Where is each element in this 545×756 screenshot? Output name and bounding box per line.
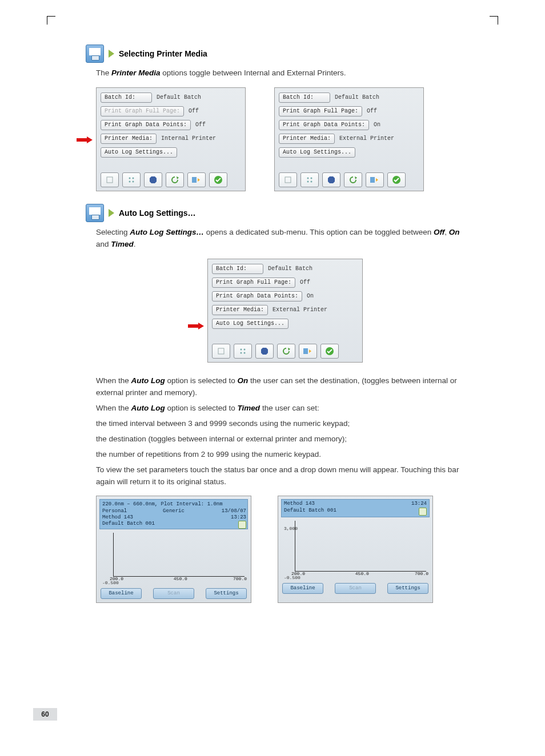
auto-log-settings-button[interactable]: Auto Log Settings... [101,147,177,158]
term: Timed [238,404,261,412]
settings-panel-external: Batch Id:Default Batch Print Graph Full … [274,87,424,191]
ok-icon[interactable] [209,172,227,187]
print-full-page-button[interactable]: Print Graph Full Page: [101,106,184,116]
printer-media-value: External Printer [268,307,327,313]
svg-point-15 [311,180,312,182]
svg-marker-0 [77,136,93,143]
text: Selecting [96,228,130,236]
save-next-icon[interactable] [366,172,384,187]
printer-media-button[interactable]: Printer Media: [212,305,268,315]
batch-id-button[interactable]: Batch Id: [212,264,263,274]
svg-point-12 [307,177,309,179]
svg-marker-19 [376,178,378,182]
print-data-points-button[interactable]: Print Graph Data Points: [279,120,369,130]
x-axis-ticks: 200.0 450.0 700.0 [295,572,426,577]
svg-marker-16 [328,176,335,183]
chart-area [113,533,245,577]
settings-panel-autolog: Batch Id:Default Batch Print Graph Full … [207,259,363,363]
ok-icon[interactable] [387,172,406,187]
term: Auto Log Settings… [130,228,204,236]
paragraph: the destination (toggles between interna… [96,433,474,445]
scan-button[interactable]: Scan [153,588,194,599]
status-date: 13/08/07 [222,508,246,514]
status-time: 13:24 [411,501,427,507]
print-full-page-button[interactable]: Print Graph Full Page: [212,278,295,288]
svg-rect-22 [218,348,224,354]
baseline-button[interactable]: Baseline [282,583,323,594]
x-tick: 200.0 [291,572,305,576]
auto-log-settings-button[interactable]: Auto Log Settings... [279,147,355,158]
status-line: Personal [102,508,127,514]
term: Auto Log [131,376,165,385]
chart-area [295,521,426,572]
stop-icon[interactable] [322,172,340,187]
print-data-points-button[interactable]: Print Graph Data Points: [212,291,302,301]
svg-point-25 [241,352,242,353]
toolbar-icon-2[interactable] [234,344,252,359]
toolbar-icon-2[interactable] [300,172,319,187]
print-full-page-value: Off [295,280,310,285]
batch-id-button[interactable]: Batch Id: [279,93,330,103]
refresh-icon[interactable] [344,172,362,187]
refresh-icon[interactable] [166,172,184,187]
settings-button[interactable]: Settings [387,583,428,594]
document-icon [419,508,427,516]
print-data-points-button[interactable]: Print Graph Data Points: [101,120,191,130]
status-bar[interactable]: Method 143 Default Batch 001 13:24 [281,499,430,517]
svg-marker-7 [177,176,179,179]
svg-rect-29 [303,348,308,354]
intro-paragraph: The Printer Media options toggle between… [96,67,474,79]
save-icon [86,204,104,222]
text: opens a dedicated sub-menu. This option … [204,228,434,236]
crop-mark [490,16,498,25]
auto-log-settings-button[interactable]: Auto Log Settings... [212,319,288,329]
red-arrow-icon [188,323,204,332]
toolbar-icon-1[interactable] [101,172,119,187]
x-tick: 200.0 [110,577,123,581]
svg-point-23 [241,348,242,350]
text: option is selected to [165,376,238,385]
status-bar[interactable]: 220.0nm – 660.0nm, Plot Interval: 1.0nm … [99,499,248,529]
save-next-icon[interactable] [299,344,317,359]
batch-id-button[interactable]: Batch Id: [101,93,152,103]
text: , [444,228,449,236]
text: and [96,240,111,248]
toolbar [212,344,358,359]
settings-button[interactable]: Settings [206,588,247,599]
scan-panel-b: Method 143 Default Batch 001 13:24 3,000… [278,496,433,603]
svg-rect-8 [192,177,197,183]
term: Off [434,228,444,236]
svg-point-2 [129,177,131,179]
refresh-icon[interactable] [277,344,295,359]
save-next-icon[interactable] [187,172,206,187]
status-time: 13:23 [231,514,246,521]
red-arrow-icon [77,136,93,146]
text: The [96,69,111,77]
batch-id-value: Default Batch [152,95,201,100]
printer-media-button[interactable]: Printer Media: [279,134,335,144]
section-heading: Selecting Printer Media [119,49,207,58]
printer-media-button[interactable]: Printer Media: [101,134,157,144]
printer-media-value: Internal Printer [157,136,216,142]
stop-icon[interactable] [144,172,162,187]
status-line: Method 143 [284,501,336,507]
toolbar-icon-1[interactable] [212,344,230,359]
toolbar-icon-1[interactable] [279,172,297,187]
svg-point-5 [133,180,134,182]
ok-icon[interactable] [320,344,339,359]
status-line: Default Batch 001 [102,521,155,526]
toolbar-icon-2[interactable] [122,172,141,187]
baseline-button[interactable]: Baseline [101,588,142,599]
x-tick: 450.0 [355,572,369,576]
svg-marker-17 [355,176,357,179]
print-full-page-button[interactable]: Print Graph Full Page: [279,106,362,116]
term: On [449,228,460,236]
stop-icon[interactable] [255,344,274,359]
term: Auto Log [131,404,165,412]
scan-button[interactable]: Scan [335,583,376,594]
svg-point-24 [244,348,246,350]
print-data-points-value: On [369,122,380,128]
status-line: 220.0nm – 660.0nm, Plot Interval: 1.0nm [102,501,245,508]
status-line: Method 143 [102,514,133,520]
term: Printer Media [111,69,161,77]
